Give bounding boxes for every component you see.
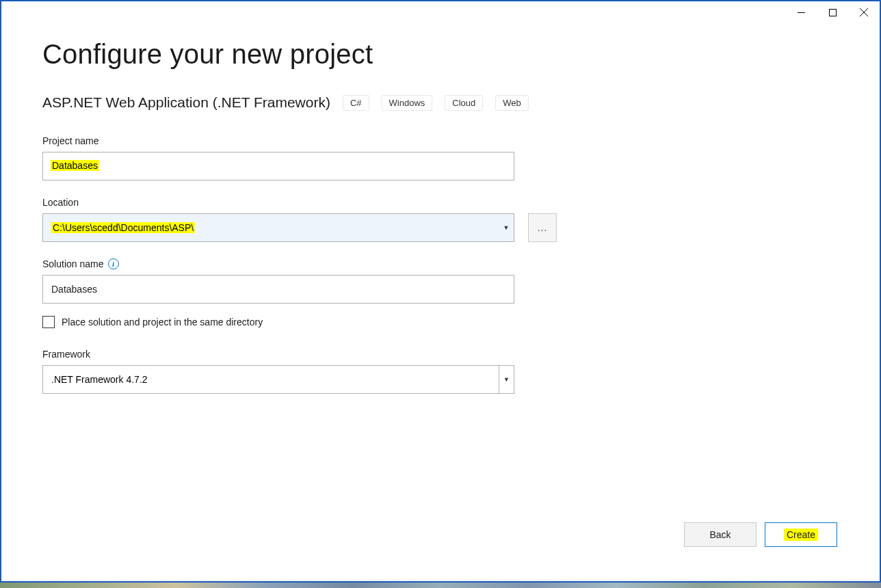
- minimize-button[interactable]: [785, 2, 817, 23]
- project-name-field: Project name Databases: [42, 135, 839, 181]
- project-name-input[interactable]: [42, 152, 514, 181]
- location-label: Location: [42, 197, 839, 208]
- project-name-label: Project name: [42, 135, 839, 146]
- svg-rect-0: [798, 12, 805, 13]
- create-button[interactable]: Create: [765, 522, 837, 547]
- location-field: Location C:\Users\scedd\Documents\ASP\ ▼…: [42, 197, 839, 242]
- solution-name-label-text: Solution name: [42, 258, 104, 269]
- framework-combo[interactable]: .NET Framework 4.7.2 ▼: [42, 365, 514, 394]
- same-directory-checkbox[interactable]: [42, 316, 55, 328]
- back-button-label: Back: [709, 529, 731, 540]
- project-template-subtitle: ASP.NET Web Application (.NET Framework): [42, 94, 330, 111]
- location-value: C:\Users\scedd\Documents\ASP\: [43, 222, 499, 233]
- same-directory-row[interactable]: Place solution and project in the same d…: [42, 316, 839, 328]
- chevron-down-icon[interactable]: ▼: [499, 366, 514, 393]
- svg-rect-1: [829, 9, 836, 16]
- location-combo[interactable]: C:\Users\scedd\Documents\ASP\ ▼: [42, 213, 514, 242]
- desktop-background-strip: [0, 583, 881, 588]
- maximize-icon: [829, 9, 837, 16]
- create-button-label: Create: [784, 529, 818, 541]
- info-icon[interactable]: i: [108, 258, 119, 269]
- close-icon: [860, 8, 868, 16]
- maximize-button[interactable]: [817, 2, 848, 23]
- solution-name-input[interactable]: [42, 275, 514, 304]
- footer: Back Create: [684, 522, 837, 547]
- titlebar: [785, 1, 880, 23]
- tag-windows: Windows: [382, 95, 433, 111]
- solution-name-field: Solution name i: [42, 258, 839, 304]
- tag-cloud: Cloud: [445, 95, 483, 111]
- subtitle-row: ASP.NET Web Application (.NET Framework)…: [42, 94, 839, 111]
- page-title: Configure your new project: [42, 39, 839, 70]
- tag-csharp: C#: [343, 95, 369, 111]
- same-directory-label: Place solution and project in the same d…: [62, 317, 263, 328]
- dialog-window: Configure your new project ASP.NET Web A…: [0, 0, 881, 583]
- solution-name-label: Solution name i: [42, 258, 839, 269]
- content-area: Configure your new project ASP.NET Web A…: [42, 39, 839, 561]
- back-button[interactable]: Back: [684, 522, 757, 547]
- close-button[interactable]: [848, 2, 880, 23]
- tag-web: Web: [495, 95, 529, 111]
- framework-field: Framework .NET Framework 4.7.2 ▼: [42, 349, 839, 394]
- framework-value: .NET Framework 4.7.2: [43, 374, 499, 385]
- minimize-icon: [798, 12, 805, 13]
- framework-label: Framework: [42, 349, 839, 360]
- browse-button[interactable]: ...: [528, 213, 557, 242]
- chevron-down-icon[interactable]: ▼: [499, 214, 514, 241]
